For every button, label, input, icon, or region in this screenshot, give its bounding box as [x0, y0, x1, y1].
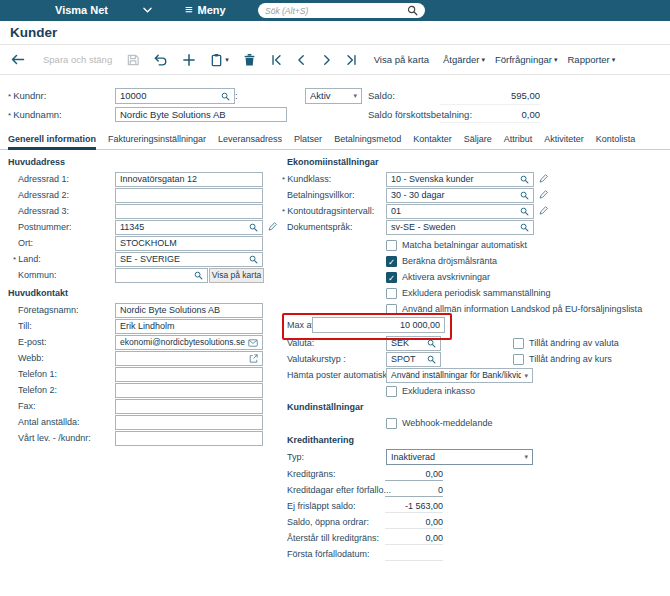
kontoutdragsintervall-input[interactable]: 01 — [386, 204, 534, 219]
valuta-lookup-icon[interactable] — [427, 339, 436, 348]
aktivera-avskrivningar-checkbox[interactable]: ✓ — [386, 272, 397, 283]
kredit-typ-select[interactable]: Inaktiverad ▾ — [386, 449, 533, 465]
telefon1-input[interactable] — [115, 367, 263, 382]
valutakurstyp-lookup-icon[interactable] — [427, 355, 436, 364]
kundnr-lookup-icon[interactable] — [221, 92, 230, 101]
search-input[interactable]: Sök (Alt+S) — [258, 3, 425, 18]
reports-menu-button[interactable]: Rapporter▾ — [567, 54, 615, 65]
tillat-andring-kurs-checkbox[interactable] — [513, 354, 524, 365]
vart-levkundnr-label: Vårt lev. - /kundnr: — [18, 431, 91, 446]
kundklass-lookup-icon[interactable] — [520, 175, 529, 184]
brand-name[interactable]: Visma Net — [55, 4, 108, 16]
betalningsvillkor-lookup-icon[interactable] — [520, 191, 529, 200]
adressrad1-input[interactable]: Innovatörsgatan 12 — [115, 172, 263, 187]
antal-anstallda-input[interactable] — [115, 415, 263, 430]
last-record-icon[interactable] — [345, 53, 358, 67]
tillat-andring-kurs-label: Tillåt ändring av kurs — [529, 352, 612, 367]
status-chevron-down-icon: ▾ — [353, 91, 357, 101]
kundnr-label: Kundnr: — [8, 88, 46, 105]
postnummer-lookup-icon[interactable] — [249, 223, 258, 232]
drojsmalsranta-checkbox[interactable]: ✓ — [386, 256, 397, 267]
copy-paste-icon[interactable]: ▾ — [210, 53, 229, 67]
add-icon[interactable] — [182, 53, 196, 67]
inquiries-label: Förfrågningar — [495, 54, 552, 65]
delete-icon[interactable] — [243, 53, 256, 67]
kontoutdragsintervall-edit-pencil-icon[interactable] — [539, 206, 548, 215]
exkludera-periodisk-checkbox[interactable] — [386, 288, 397, 299]
webhook-checkbox[interactable] — [386, 418, 397, 429]
external-link-icon[interactable] — [249, 354, 258, 363]
kommun-lookup-icon[interactable] — [194, 271, 203, 280]
next-record-icon[interactable] — [320, 53, 333, 67]
fax-input[interactable] — [115, 399, 263, 414]
brand-chevron-down-icon[interactable] — [143, 7, 152, 13]
title-bar: Kunder — [0, 21, 670, 45]
kundnamn-input[interactable]: Nordic Byte Solutions AB — [115, 107, 287, 122]
telefon2-input[interactable] — [115, 383, 263, 398]
kreditgrans-value[interactable]: 0,00 — [385, 467, 443, 481]
tab-aktiviteter[interactable]: Aktiviteter — [544, 134, 584, 149]
postnummer-input[interactable]: 11345 — [115, 220, 263, 235]
exkludera-inkasso-checkbox[interactable] — [386, 386, 397, 397]
tab-leveransadress[interactable]: Leveransadress — [218, 134, 282, 149]
tab-attribut[interactable]: Attribut — [504, 134, 533, 149]
dokumentsprak-input[interactable]: sv-SE - Sweden — [386, 220, 534, 235]
vart-levkundnr-input[interactable] — [115, 431, 263, 446]
back-icon[interactable] — [10, 52, 25, 67]
adressrad3-input[interactable] — [115, 204, 263, 219]
search-icon[interactable] — [407, 5, 418, 16]
postnummer-label: Postnummer: — [18, 220, 72, 235]
status-select[interactable]: Aktiv ▾ — [305, 88, 362, 104]
kundnr-input[interactable]: 10000 — [115, 88, 235, 104]
inquiries-chevron-down-icon: ▾ — [554, 55, 558, 65]
tab-generell-information[interactable]: Generell information — [8, 134, 96, 150]
tab-kontolista[interactable]: Kontolista — [596, 134, 636, 149]
hamta-poster-chevron-down-icon: ▾ — [524, 371, 528, 381]
epost-input[interactable]: ekonomi@nordicbytesolutions.se — [115, 335, 263, 350]
postnummer-edit-pencil-icon[interactable] — [268, 222, 277, 231]
kundklass-input[interactable]: 10 - Svenska kunder — [386, 172, 534, 187]
betalningsvillkor-edit-pencil-icon[interactable] — [539, 190, 548, 199]
kundklass-edit-pencil-icon[interactable] — [539, 174, 548, 183]
valutakurstyp-input[interactable]: SPOT — [386, 352, 441, 367]
ort-input[interactable]: STOCKHOLM — [115, 236, 263, 251]
kommun-input[interactable] — [115, 268, 208, 283]
tab-betalningsmetod[interactable]: Betalningsmetod — [334, 134, 401, 149]
land-input[interactable]: SE - SVERIGE — [115, 252, 263, 267]
inquiries-menu-button[interactable]: Förfrågningar▾ — [495, 54, 558, 65]
foretagsnamn-input[interactable]: Nordic Byte Solutions AB — [115, 303, 263, 318]
saldo-value: 595,00 — [440, 88, 540, 105]
antal-anstallda-label: Antal anställda: — [18, 415, 80, 430]
kreditdagar-value[interactable]: 0 — [385, 483, 443, 497]
webb-label: Webb: — [18, 351, 44, 366]
visa-pa-karta-button[interactable]: Visa på karta — [209, 268, 264, 283]
dokumentsprak-lookup-icon[interactable] — [520, 223, 529, 232]
previous-record-icon[interactable] — [295, 53, 308, 67]
show-on-map-button[interactable]: Visa på karta — [374, 54, 429, 65]
kundklass-label: Kundklass: — [282, 172, 331, 187]
tab-faktureringsinstallningar[interactable]: Faktureringsinställningar — [108, 134, 206, 149]
kredit-typ-label: Typ: — [287, 449, 304, 465]
actions-menu-button[interactable]: Åtgärder▾ — [443, 54, 485, 65]
undo-icon[interactable] — [154, 53, 168, 67]
adressrad2-input[interactable] — [115, 188, 263, 203]
epost-label: E-post: — [18, 335, 47, 350]
betalningsvillkor-input[interactable]: 30 - 30 dagar — [386, 188, 534, 203]
menu-button[interactable]: ≡ Meny — [185, 3, 226, 17]
tab-kontakter[interactable]: Kontakter — [413, 134, 452, 149]
mail-icon[interactable] — [248, 339, 258, 347]
tillat-andring-valuta-checkbox[interactable] — [513, 338, 524, 349]
tab-platser[interactable]: Platser — [294, 134, 322, 149]
actions-chevron-down-icon: ▾ — [481, 55, 485, 65]
tillat-andring-valuta-label: Tillåt ändring av valuta — [529, 336, 619, 351]
land-lookup-icon[interactable] — [249, 255, 258, 264]
ej-frislappt-saldo-value: -1 563,00 — [385, 499, 443, 513]
matcha-betalningar-checkbox[interactable] — [386, 240, 397, 251]
first-record-icon[interactable] — [270, 53, 283, 67]
webb-input[interactable] — [115, 351, 263, 366]
kontoutdragsintervall-lookup-icon[interactable] — [520, 207, 529, 216]
hamta-poster-select[interactable]: Använd inställningar för Bank/likvidhant… — [386, 368, 533, 383]
tab-saljare[interactable]: Säljare — [464, 134, 492, 149]
aktivera-avskrivningar-label: Aktivera avskrivningar — [402, 271, 490, 284]
till-input[interactable]: Erik Lindholm — [115, 319, 263, 334]
